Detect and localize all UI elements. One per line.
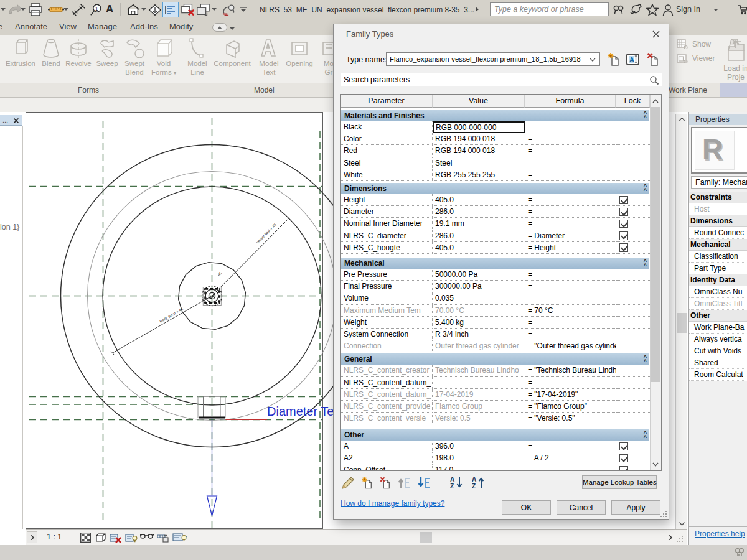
svg-text:A: A [472, 476, 476, 483]
svg-text:Ref0_tekst + 45: Ref0_tekst + 45 [159, 307, 184, 324]
svg-text:A: A [629, 56, 634, 63]
svg-text:A: A [450, 476, 454, 483]
svg-text:Z: Z [472, 483, 476, 490]
svg-text:Z: Z [450, 483, 454, 490]
svg-text:1: 1 [95, 6, 98, 12]
svg-text:Diameter Text: Diameter Text [267, 404, 333, 418]
svg-text:45: 45 [217, 271, 222, 276]
